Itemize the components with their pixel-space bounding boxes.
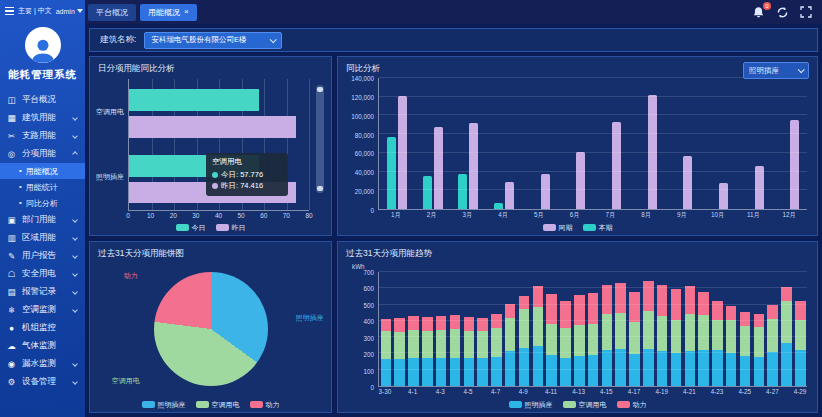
chevron-down-icon <box>72 217 78 223</box>
sidebar-subitem[interactable]: •用能统计 <box>0 179 85 195</box>
sidebar-item-label: 部门用能 <box>22 214 68 226</box>
legend-item[interactable]: 昨日 <box>216 223 246 233</box>
gridline <box>379 336 807 337</box>
sidebar-item-bank[interactable]: ▥区域用能 <box>0 229 85 247</box>
unit-monitor-icon: ● <box>6 323 17 333</box>
legend-item[interactable]: 今日 <box>176 223 206 233</box>
legend-item[interactable]: 动力 <box>250 400 280 410</box>
segment-动力 <box>519 296 529 309</box>
legend-item[interactable]: 动力 <box>617 400 647 410</box>
x-tick-label: 4-13 <box>572 388 585 395</box>
legend-label: 照明插座 <box>158 400 186 410</box>
app-root: 主要 | 中文 admin 能耗管理系统 ◫平台概况▦建筑用能✂支路用能◎分项用… <box>0 0 822 417</box>
pie-chart[interactable]: 照明插座空调用电动力 <box>90 261 331 397</box>
sidebar-item-building[interactable]: ▦建筑用能 <box>0 109 85 127</box>
legend-swatch-icon <box>216 224 229 231</box>
building-selector-bar: 建筑名称: 安科瑞电气股份有限公司E楼 <box>89 28 818 52</box>
pie-circle[interactable] <box>154 272 268 386</box>
stacked-bar-chart: kWh 0100200300400500600700 3-304-14-34-5… <box>338 261 817 397</box>
segment-照明插座 <box>477 358 487 386</box>
gridline <box>379 189 807 190</box>
legend-label: 空调用电 <box>212 400 240 410</box>
building-select[interactable]: 安科瑞电气股份有限公司E楼 <box>144 32 282 49</box>
gridline <box>379 320 807 321</box>
tabs: 平台概况用能概况× <box>88 4 197 21</box>
sidebar-subitem[interactable]: •同比分析 <box>0 195 85 211</box>
bank-icon: ▥ <box>6 233 17 243</box>
gear-icon: ⚙ <box>6 377 17 387</box>
main-area: 平台概况用能概况× 0 <box>85 0 822 417</box>
bar-同期 <box>434 127 443 209</box>
legend-swatch-icon <box>543 224 556 231</box>
legend-item[interactable]: 照明插座 <box>509 400 553 410</box>
tab-inactive[interactable]: 平台概况 <box>88 4 136 21</box>
bar-同期 <box>469 123 478 209</box>
sidebar-item-subentry[interactable]: ◎分项用能 <box>0 145 85 163</box>
segment-动力 <box>408 316 418 330</box>
sidebar-item-label: 平台概况 <box>22 94 79 106</box>
sidebar-item-shield[interactable]: ☖安全用电 <box>0 265 85 283</box>
hbar-chart: 空调用电照明插座 01020304050607080 <box>90 76 331 220</box>
notification-bell-icon[interactable]: 0 <box>752 6 765 19</box>
sidebar-item-document[interactable]: ▤报警记录 <box>0 283 85 301</box>
sidebar-item-water-drop[interactable]: ◉漏水监测 <box>0 355 85 373</box>
segment-空调用电 <box>629 322 639 354</box>
sidebar-item-label: 漏水监测 <box>22 358 68 370</box>
x-tick-label: 4-21 <box>683 388 696 395</box>
user-menu[interactable]: admin <box>56 8 83 15</box>
x-tick-label: 0 <box>126 212 130 219</box>
legend-item[interactable]: 同期 <box>543 223 573 233</box>
sidebar-item-gas-monitor[interactable]: ☁气体监测 <box>0 337 85 355</box>
sidebar-item-folder[interactable]: ▣部门用能 <box>0 211 85 229</box>
tooltip-rows: 今日: 57.776昨日: 74.416 <box>212 169 282 192</box>
segment-空调用电 <box>574 325 584 356</box>
fullscreen-icon[interactable] <box>800 6 812 18</box>
segment-空调用电 <box>546 324 556 355</box>
y-tick-label: 40,000 <box>355 169 374 176</box>
tooltip-text: 今日: 57.776 <box>221 169 263 180</box>
segment-照明插座 <box>450 358 460 387</box>
legend-swatch-icon <box>176 224 189 231</box>
series-dot-icon <box>212 172 218 178</box>
legend-item[interactable]: 空调用电 <box>196 400 240 410</box>
segment-动力 <box>381 319 391 331</box>
tab-bar: 平台概况用能概况× 0 <box>85 0 822 24</box>
segment-动力 <box>491 314 501 328</box>
x-tick-label: 6月 <box>570 211 580 220</box>
x-tick-label: 4月 <box>498 211 508 220</box>
segment-照明插座 <box>436 358 446 387</box>
bullet-icon: • <box>19 199 22 207</box>
subentry-select[interactable]: 照明插座 <box>743 62 809 79</box>
segment-照明插座 <box>394 359 404 386</box>
panel-title: 过去31天分项用能饼图 <box>90 242 331 261</box>
locale-switcher[interactable]: 主要 | 中文 <box>18 6 52 16</box>
bar-plot <box>378 272 807 387</box>
legend-item[interactable]: 照明插座 <box>142 400 186 410</box>
tab-active[interactable]: 用能概况× <box>140 4 197 21</box>
x-tick-label: 80 <box>305 212 312 219</box>
sidebar-item-branch[interactable]: ✂支路用能 <box>0 127 85 145</box>
username-label: admin <box>56 8 75 15</box>
x-tick-label: 4-29 <box>794 388 807 395</box>
y-axis: kWh 0100200300400500600700 <box>344 272 378 387</box>
sidebar-item-gear[interactable]: ⚙设备管理 <box>0 373 85 391</box>
sidebar-item-monitor[interactable]: ◫平台概况 <box>0 91 85 109</box>
refresh-icon[interactable] <box>776 6 789 19</box>
close-icon[interactable]: × <box>184 8 189 16</box>
hamburger-menu-icon[interactable] <box>5 7 14 16</box>
sidebar-item-report[interactable]: ✎用户报告 <box>0 247 85 265</box>
datazoom-slider[interactable] <box>316 85 324 193</box>
legend-item[interactable]: 本期 <box>583 223 613 233</box>
legend-label: 同期 <box>559 223 573 233</box>
legend-item[interactable]: 空调用电 <box>563 400 607 410</box>
branch-icon: ✂ <box>6 131 17 141</box>
sidebar-item-label: 报警记录 <box>22 286 68 298</box>
sidebar-subitem[interactable]: •用能概况 <box>0 163 85 179</box>
avatar <box>25 27 61 63</box>
sidebar-item-ac-monitor[interactable]: ❄空调监测 <box>0 301 85 319</box>
segment-照明插座 <box>574 356 584 386</box>
y-axis: 020,00040,00060,00080,000100,000120,0001… <box>344 78 378 210</box>
sidebar-item-unit-monitor[interactable]: ●机组监控 <box>0 319 85 337</box>
sidebar: 主要 | 中文 admin 能耗管理系统 ◫平台概况▦建筑用能✂支路用能◎分项用… <box>0 0 85 417</box>
sidebar-subitem-label: 同比分析 <box>26 198 58 209</box>
